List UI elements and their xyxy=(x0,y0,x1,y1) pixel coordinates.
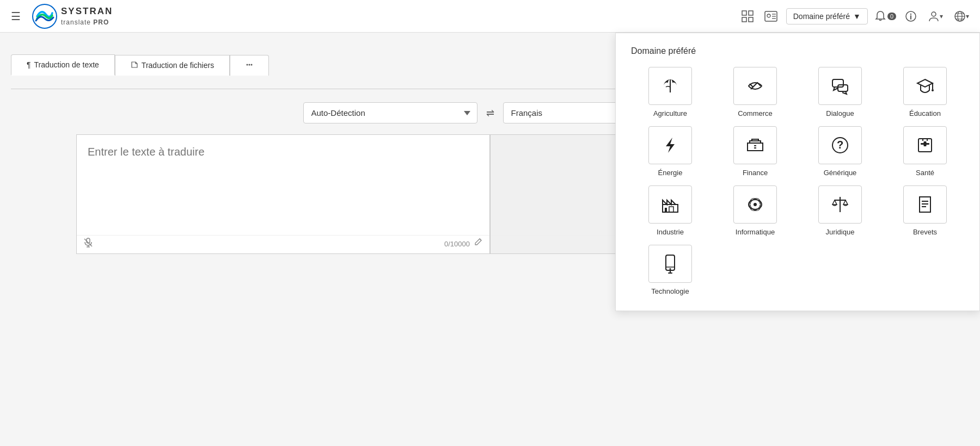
svg-point-31 xyxy=(932,89,934,91)
domain-icon-juridique xyxy=(818,185,862,224)
domain-item-education[interactable]: Éducation xyxy=(886,67,964,117)
hamburger-button[interactable]: ☰ xyxy=(9,8,23,25)
svg-line-26 xyxy=(480,239,481,240)
logo-icon xyxy=(32,3,58,29)
svg-rect-1 xyxy=(742,11,746,15)
grid-button[interactable] xyxy=(739,8,756,24)
tab-text-label: Traduction de texte xyxy=(34,60,99,69)
nav-right: Domaine préféré ▼ 0 ▾ xyxy=(739,8,971,24)
domain-item-informatique[interactable]: Informatique xyxy=(716,185,794,236)
tab-text-translation[interactable]: ¶ Traduction de texte xyxy=(11,54,115,76)
domain-label-commerce: Commerce xyxy=(738,109,773,117)
domain-icon-generique: ? xyxy=(818,126,862,164)
domain-icon-finance xyxy=(733,126,777,164)
domain-panel-title: Domaine préféré xyxy=(631,46,964,56)
svg-rect-4 xyxy=(749,17,753,22)
domain-item-industrie[interactable]: Industrie xyxy=(631,185,709,236)
domain-label-education: Éducation xyxy=(909,109,941,117)
domain-label-sante: Santé xyxy=(916,169,934,177)
domain-label-finance: Finance xyxy=(743,169,768,177)
top-nav: ☰ SYSTRAN translate PRO xyxy=(0,0,980,33)
source-text-footer: 0/10000 xyxy=(77,235,489,252)
tab-file-label: Traduction de fichiers xyxy=(142,61,214,70)
microphone-icon[interactable] xyxy=(83,238,93,250)
domain-item-commerce[interactable]: Commerce xyxy=(716,67,794,117)
edit-icon[interactable] xyxy=(474,238,483,249)
swap-languages-button[interactable]: ⇌ xyxy=(486,107,494,119)
notification-badge: 0 xyxy=(887,13,896,20)
domain-icon-technologie xyxy=(648,245,692,283)
domain-icon-informatique xyxy=(733,185,777,224)
domain-label-dialogue: Dialogue xyxy=(826,109,854,117)
domain-item-agriculture[interactable]: Agriculture xyxy=(631,67,709,117)
domain-item-generique[interactable]: ?Générique xyxy=(801,126,879,177)
svg-point-55 xyxy=(670,268,671,270)
svg-point-13 xyxy=(932,12,936,16)
user-icon xyxy=(928,10,940,22)
domain-icon-energie xyxy=(648,126,692,164)
svg-point-21 xyxy=(251,64,253,65)
domain-item-juridique[interactable]: Juridique xyxy=(801,185,879,236)
tab-extra[interactable] xyxy=(230,55,269,76)
domain-label-industrie: Industrie xyxy=(657,228,684,236)
domain-dropdown-panel: Domaine préféré AgricultureCommerceDialo… xyxy=(615,33,980,311)
svg-rect-3 xyxy=(742,17,746,22)
domain-item-energie[interactable]: Énergie xyxy=(631,126,709,177)
domain-icon-sante xyxy=(903,126,947,164)
domain-label-energie: Énergie xyxy=(658,169,683,177)
svg-rect-40 xyxy=(924,141,927,146)
tab-file-icon xyxy=(131,61,138,70)
source-text-input[interactable] xyxy=(77,135,489,233)
source-text-area-box: 0/10000 xyxy=(76,134,490,254)
source-language-select[interactable]: Auto-Détection xyxy=(303,102,477,123)
logo-text: SYSTRAN translate PRO xyxy=(61,6,113,27)
svg-rect-42 xyxy=(665,208,667,212)
domain-item-sante[interactable]: Santé xyxy=(886,126,964,177)
svg-rect-43 xyxy=(669,207,673,212)
domain-label-juridique: Juridique xyxy=(826,228,855,236)
domain-item-technologie[interactable]: Technologie xyxy=(631,245,709,295)
bell-icon xyxy=(874,10,886,22)
nav-left: ☰ SYSTRAN translate PRO xyxy=(9,3,113,29)
domain-dropdown-arrow: ▼ xyxy=(853,12,861,21)
info-button[interactable] xyxy=(903,8,919,24)
domain-dropdown-label: Domaine préféré xyxy=(793,12,850,21)
svg-rect-2 xyxy=(749,11,753,15)
domain-icon-agriculture xyxy=(648,67,692,105)
svg-text:?: ? xyxy=(837,139,843,151)
tab-file-translation[interactable]: Traduction de fichiers xyxy=(115,55,230,76)
notification-button[interactable]: 0 xyxy=(874,10,896,22)
tab-text-icon: ¶ xyxy=(27,60,31,69)
contact-card-button[interactable] xyxy=(762,9,780,24)
user-button[interactable]: ▾ xyxy=(926,8,945,24)
svg-point-6 xyxy=(767,14,770,17)
domain-item-finance[interactable]: Finance xyxy=(716,126,794,177)
grid-icon xyxy=(742,10,754,22)
domain-label-generique: Générique xyxy=(824,169,857,177)
globe-button[interactable]: ▾ xyxy=(952,8,971,24)
logo-container: SYSTRAN translate PRO xyxy=(32,3,113,29)
svg-rect-56 xyxy=(668,272,672,274)
domain-label-informatique: Informatique xyxy=(736,228,775,236)
domain-item-dialogue[interactable]: Dialogue xyxy=(801,67,879,117)
tab-extra-icon xyxy=(246,61,253,70)
domain-grid: AgricultureCommerceDialogueÉducationÉner… xyxy=(631,67,964,295)
domain-label-agriculture: Agriculture xyxy=(653,109,687,117)
svg-rect-53 xyxy=(666,255,675,270)
contact-card-icon xyxy=(764,11,777,22)
domain-icon-brevets xyxy=(903,185,947,224)
svg-point-47 xyxy=(754,203,757,206)
domain-dropdown-button[interactable]: Domaine préféré ▼ xyxy=(786,8,868,24)
domain-label-brevets: Brevets xyxy=(913,228,937,236)
globe-icon xyxy=(954,10,966,22)
domain-icon-commerce xyxy=(733,67,777,105)
info-icon xyxy=(905,10,917,22)
domain-icon-education xyxy=(903,67,947,105)
domain-icon-dialogue xyxy=(818,67,862,105)
domain-item-brevets[interactable]: Brevets xyxy=(886,185,964,236)
svg-point-12 xyxy=(910,13,911,14)
char-count: 0/10000 xyxy=(444,240,470,248)
svg-point-20 xyxy=(249,64,250,65)
domain-label-technologie: Technologie xyxy=(651,287,689,295)
domain-icon-industrie xyxy=(648,185,692,224)
